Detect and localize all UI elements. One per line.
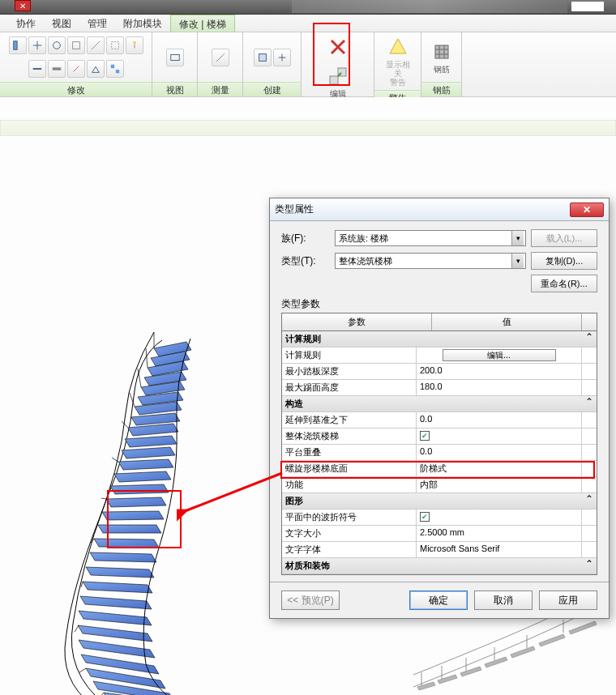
dialog-titlebar[interactable]: 类型属性 ✕ bbox=[270, 198, 609, 221]
tab-collab[interactable]: 协作 bbox=[8, 15, 44, 32]
tool-icon[interactable] bbox=[87, 60, 105, 78]
tool-icon[interactable] bbox=[87, 36, 105, 54]
tool-icon[interactable] bbox=[212, 49, 229, 66]
ribbon-panel-rebar: 钢筋 钢筋 bbox=[421, 32, 462, 96]
checkbox-icon[interactable]: ✔ bbox=[420, 512, 430, 522]
svg-line-20 bbox=[79, 668, 86, 672]
tool-icon[interactable] bbox=[166, 49, 184, 66]
edit-button[interactable]: 编辑... bbox=[443, 349, 556, 361]
cell-param: 整体浇筑楼梯 bbox=[282, 429, 417, 444]
rename-button[interactable]: 重命名(R)... bbox=[531, 275, 597, 292]
svg-rect-0 bbox=[13, 41, 16, 50]
close-button[interactable]: ✕ bbox=[570, 203, 604, 217]
svg-point-3 bbox=[133, 41, 136, 45]
cancel-button[interactable]: 取消 bbox=[474, 591, 533, 610]
dialog-footer: << 预览(P) 确定 取消 应用 bbox=[270, 582, 609, 618]
panel-label: 视图 bbox=[152, 82, 197, 96]
grid-row[interactable]: 最大踢面高度180.0 bbox=[282, 380, 597, 396]
col-param: 参数 bbox=[282, 313, 432, 330]
grid-section[interactable]: 材质和装饰⌃ bbox=[282, 558, 597, 574]
grid-row[interactable]: 平台重叠0.0 bbox=[282, 445, 597, 461]
load-button: 载入(L)... bbox=[531, 229, 597, 247]
tab-view[interactable]: 视图 bbox=[44, 15, 79, 32]
panel-label: 测量 bbox=[198, 82, 242, 96]
window-titlebar: ✕ bbox=[0, 0, 616, 15]
tool-icon[interactable] bbox=[28, 60, 46, 78]
cell-value: Microsoft Sans Serif bbox=[420, 544, 499, 553]
tool-icon[interactable] bbox=[67, 60, 85, 78]
type-label: 类型(T): bbox=[281, 254, 330, 268]
svg-line-18 bbox=[81, 582, 83, 587]
type-properties-dialog: 类型属性 ✕ 族(F): 系统族: 楼梯 载入(L)... 类型(T): 整体浇… bbox=[269, 198, 610, 619]
cell-value: 内部 bbox=[420, 480, 438, 489]
show-warnings-button[interactable]: 显示相关 警告 bbox=[382, 34, 414, 88]
svg-line-19 bbox=[75, 625, 79, 632]
dialog-title: 类型属性 bbox=[275, 203, 314, 216]
grid-row[interactable]: 平面中的波折符号✔ bbox=[282, 510, 597, 526]
tool-icon[interactable] bbox=[126, 36, 143, 54]
preview-button[interactable]: << 预览(P) bbox=[281, 591, 340, 610]
tool-icon[interactable] bbox=[106, 60, 124, 78]
ribbon-panel-create: 创建 bbox=[243, 32, 302, 96]
svg-rect-4 bbox=[52, 68, 61, 71]
grid-section[interactable]: 图形⌃ bbox=[282, 493, 597, 510]
type-combo[interactable]: 整体浇筑楼梯 bbox=[335, 253, 526, 269]
checkbox-icon[interactable]: ✔ bbox=[420, 431, 430, 441]
title-arrow bbox=[571, 2, 604, 11]
tool-icon[interactable] bbox=[9, 36, 27, 54]
cell-param: 文字大小 bbox=[282, 526, 417, 541]
family-label: 族(F): bbox=[281, 232, 330, 245]
family-combo[interactable]: 系统族: 楼梯 bbox=[335, 230, 526, 246]
tab-manage[interactable]: 管理 bbox=[79, 15, 115, 32]
tool-icon[interactable] bbox=[106, 36, 124, 54]
cell-param: 平面中的波折符号 bbox=[282, 510, 417, 525]
ok-button[interactable]: 确定 bbox=[409, 591, 468, 610]
col-spacer bbox=[582, 313, 597, 330]
apply-button[interactable]: 应用 bbox=[539, 591, 597, 610]
rebar-button[interactable]: 钢筋 bbox=[426, 39, 456, 75]
col-value: 值 bbox=[432, 313, 582, 330]
ribbon-panel-warn: 显示相关 警告 警告 bbox=[374, 32, 421, 96]
svg-point-1 bbox=[53, 41, 60, 49]
tab-modify-stair[interactable]: 修改 | 楼梯 bbox=[170, 15, 235, 32]
copy-button[interactable]: 复制(D)... bbox=[531, 252, 597, 270]
params-grid: 参数 值 计算规则⌃计算规则编辑...最小踏板深度200.0最大踢面高度180.… bbox=[281, 313, 597, 575]
grid-row[interactable]: 文字大小2.5000 mm bbox=[282, 526, 597, 542]
panel-label: 创建 bbox=[243, 82, 301, 96]
cell-value: 200.0 bbox=[420, 365, 443, 375]
cell-param: 最小踏板深度 bbox=[282, 364, 417, 379]
grid-row[interactable]: 最小踏板深度200.0 bbox=[282, 364, 597, 380]
tool-icon[interactable] bbox=[254, 49, 272, 66]
cell-param: 功能 bbox=[282, 477, 417, 492]
cell-value: 0.0 bbox=[420, 446, 432, 456]
svg-rect-7 bbox=[330, 76, 338, 84]
tool-icon[interactable] bbox=[67, 36, 85, 54]
tool-icon[interactable] bbox=[48, 60, 66, 78]
tab-addins[interactable]: 附加模块 bbox=[115, 15, 170, 32]
panel-label: 钢筋 bbox=[421, 82, 461, 96]
cell-param: 最大踢面高度 bbox=[282, 380, 417, 395]
grid-row[interactable]: 计算规则编辑... bbox=[282, 348, 597, 364]
cell-param: 计算规则 bbox=[282, 348, 417, 363]
svg-line-16 bbox=[101, 498, 106, 499]
grid-row[interactable]: 功能内部 bbox=[282, 477, 597, 493]
ribbon-panel-measure: 测量 bbox=[198, 32, 243, 96]
title-blur bbox=[292, 0, 567, 13]
grid-row[interactable]: 螺旋形楼梯底面阶梯式 bbox=[282, 461, 597, 477]
tool-icon[interactable] bbox=[48, 36, 66, 54]
panel-label: 修改 bbox=[0, 82, 152, 96]
app-close-remnant: ✕ bbox=[15, 0, 31, 11]
cell-param: 文字字体 bbox=[282, 542, 417, 557]
grid-row[interactable]: 整体浇筑楼梯✔ bbox=[282, 429, 597, 445]
cancel-edit-button[interactable] bbox=[322, 34, 354, 60]
grid-row[interactable]: 文字字体Microsoft Sans Serif bbox=[282, 542, 597, 558]
cell-value: 0.0 bbox=[420, 414, 432, 424]
grid-row[interactable]: 延伸到基准之下0.0 bbox=[282, 412, 597, 429]
ribbon-panel-mode: 编辑 草图 模式 bbox=[302, 32, 374, 96]
grid-section[interactable]: 计算规则⌃ bbox=[282, 331, 597, 348]
cell-param: 延伸到基准之下 bbox=[282, 412, 417, 428]
svg-rect-5 bbox=[170, 54, 179, 60]
tool-icon[interactable] bbox=[273, 49, 291, 66]
grid-section[interactable]: 构造⌃ bbox=[282, 396, 597, 412]
tool-icon[interactable] bbox=[28, 36, 46, 54]
